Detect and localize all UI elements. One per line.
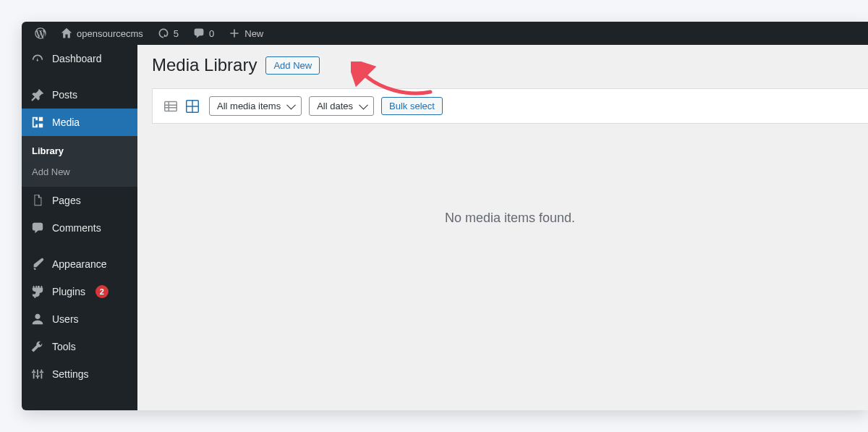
sidebar-item-label: Plugins: [52, 286, 85, 297]
admin-bar: opensourcecms 5 0 New: [22, 22, 868, 45]
user-icon: [30, 312, 45, 326]
sidebar-item-settings[interactable]: Settings: [22, 360, 137, 388]
add-new-button[interactable]: Add New: [265, 56, 320, 75]
sidebar-item-tools[interactable]: Tools: [22, 333, 137, 360]
new-label: New: [244, 28, 263, 39]
dashboard-icon: [30, 51, 45, 66]
date-filter[interactable]: All dates: [309, 96, 374, 116]
sidebar-item-label: Comments: [52, 222, 101, 234]
empty-state-message: No media items found.: [152, 211, 868, 226]
site-name-link[interactable]: opensourcecms: [54, 22, 150, 45]
sliders-icon: [30, 367, 45, 381]
sidebar-item-label: Settings: [52, 368, 89, 380]
media-icon: [30, 115, 45, 130]
sidebar-item-label: Media: [52, 117, 80, 128]
submenu-item-library[interactable]: Library: [22, 140, 137, 161]
wrench-icon: [30, 339, 45, 354]
sidebar-item-label: Dashboard: [52, 53, 102, 64]
update-badge: 2: [95, 285, 109, 298]
view-grid-button[interactable]: [183, 97, 202, 116]
sidebar-item-media[interactable]: Media: [22, 109, 137, 136]
main-content: Media Library Add New All media items Al…: [137, 45, 868, 410]
sidebar-item-comments[interactable]: Comments: [22, 214, 137, 242]
pages-icon: [30, 193, 45, 208]
sidebar-item-label: Users: [52, 313, 79, 325]
bulk-select-button[interactable]: Bulk select: [381, 97, 443, 115]
new-content-link[interactable]: New: [221, 22, 271, 45]
comments-count: 0: [209, 28, 214, 39]
sidebar-item-label: Pages: [52, 195, 81, 206]
media-toolbar: All media items All dates Bulk select: [152, 88, 868, 124]
sidebar-item-plugins[interactable]: Plugins 2: [22, 278, 137, 305]
media-submenu: Library Add New: [22, 136, 137, 187]
plus-icon: [229, 27, 240, 39]
page-title: Media Library: [152, 55, 257, 75]
updates-link[interactable]: 5: [150, 22, 186, 45]
pin-icon: [30, 88, 45, 102]
sidebar-item-label: Tools: [52, 341, 76, 352]
home-icon: [61, 27, 72, 39]
sidebar-item-dashboard[interactable]: Dashboard: [22, 45, 137, 72]
admin-sidebar: Dashboard Posts Media Library: [22, 45, 137, 410]
sidebar-item-label: Appearance: [52, 258, 107, 270]
site-name: opensourcecms: [77, 28, 143, 39]
sidebar-item-appearance[interactable]: Appearance: [22, 250, 137, 278]
updates-count: 5: [174, 28, 179, 39]
sidebar-item-posts[interactable]: Posts: [22, 81, 137, 109]
sidebar-item-label: Posts: [52, 89, 77, 101]
sidebar-item-pages[interactable]: Pages: [22, 187, 137, 214]
svg-rect-0: [165, 101, 177, 111]
plugin-icon: [30, 284, 45, 299]
view-list-button[interactable]: [161, 97, 180, 116]
submenu-item-add-new[interactable]: Add New: [22, 161, 137, 182]
wp-logo[interactable]: [27, 22, 54, 45]
sidebar-item-users[interactable]: Users: [22, 305, 137, 333]
comment-icon: [30, 221, 45, 235]
comments-link[interactable]: 0: [186, 22, 221, 45]
update-icon: [158, 27, 169, 39]
comment-icon: [193, 27, 205, 39]
wordpress-icon: [35, 27, 46, 39]
brush-icon: [30, 257, 45, 271]
media-type-filter[interactable]: All media items: [209, 96, 302, 116]
app-window: opensourcecms 5 0 New: [22, 22, 868, 410]
